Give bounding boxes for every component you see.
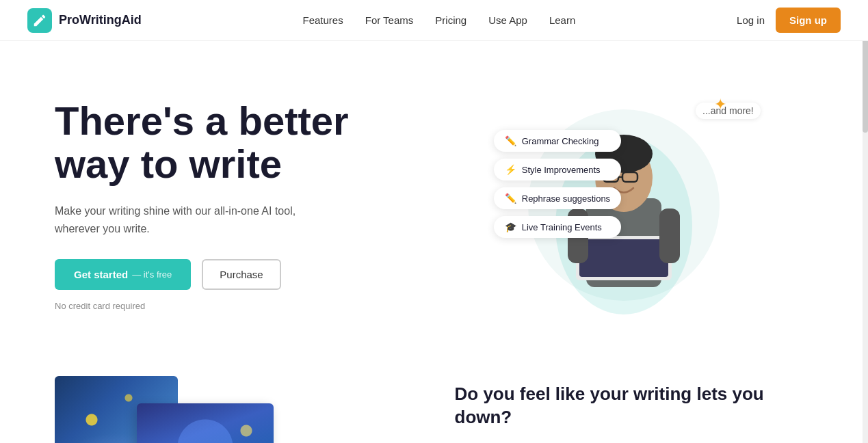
logo-link[interactable]: ProWritingAid — [27, 8, 142, 33]
logo-icon — [27, 8, 52, 33]
hero-subtitle: Make your writing shine with our all-in-… — [55, 202, 315, 237]
badge-rephrase-text: Rephrase suggestions — [522, 193, 610, 204]
signup-button[interactable]: Sign up — [776, 8, 841, 33]
badge-rephrase-icon: ✏️ — [505, 193, 516, 204]
second-section-text: Do you feel like your writing lets you d… — [455, 376, 814, 443]
nav-features[interactable]: Features — [303, 14, 343, 26]
get-started-label: Get started — [74, 269, 128, 280]
second-section: My idea in my head Do you feel like your… — [0, 362, 868, 443]
badge-style-icon: ⚡ — [505, 164, 516, 175]
second-section-image: My idea in my head — [55, 376, 414, 443]
navbar: ProWritingAid Features For Teams Pricing… — [0, 0, 868, 41]
purchase-button[interactable]: Purchase — [202, 259, 280, 290]
star-icon: ✦ — [714, 96, 726, 113]
badge-grammar-text: Grammar Checking — [522, 136, 599, 146]
login-button[interactable]: Log in — [737, 14, 765, 26]
second-section-title: Do you feel like your writing lets you d… — [455, 383, 814, 429]
badge-style: ⚡ Style Improvements — [494, 159, 621, 180]
get-started-button[interactable]: Get started — it's free — [55, 259, 191, 290]
feature-badges: ✏️ Grammar Checking ⚡ Style Improvements… — [494, 130, 621, 238]
hero-illustration: ✏️ Grammar Checking ⚡ Style Improvements… — [508, 89, 740, 321]
nav-links: Features For Teams Pricing Use App Learn — [303, 14, 576, 27]
badge-grammar: ✏️ Grammar Checking — [494, 130, 621, 152]
nav-for-teams[interactable]: For Teams — [365, 14, 414, 26]
painting-stack: My idea in my head — [55, 376, 287, 443]
badge-rephrase: ✏️ Rephrase suggestions — [494, 187, 621, 209]
hero-buttons: Get started — it's free Purchase — [55, 259, 434, 290]
nav-pricing[interactable]: Pricing — [435, 14, 466, 26]
logo-text: ProWritingAid — [59, 13, 142, 27]
svg-rect-10 — [659, 209, 680, 263]
hero-title: There's a better way to write — [55, 99, 434, 187]
hero-right: ✏️ Grammar Checking ⚡ Style Improvements… — [434, 75, 814, 335]
more-label: ...and more! — [696, 103, 761, 119]
painting-front — [137, 403, 274, 443]
hero-title-line1: There's a better — [55, 98, 349, 143]
second-section-body: We know what it's like to feel the FEAR … — [455, 440, 814, 443]
hero-section: There's a better way to write Make your … — [0, 41, 868, 362]
logo-svg — [32, 13, 47, 28]
badge-training-icon: 🎓 — [505, 222, 516, 232]
badge-training-text: Live Training Events — [522, 222, 602, 232]
nav-use-app[interactable]: Use App — [488, 14, 527, 26]
hero-title-line2: way to write — [55, 142, 282, 186]
no-credit-text: No credit card required — [55, 301, 434, 311]
nav-learn[interactable]: Learn — [549, 14, 575, 26]
badge-training: 🎓 Live Training Events — [494, 216, 621, 238]
free-tag: — it's free — [132, 269, 172, 280]
badge-style-text: Style Improvements — [522, 165, 601, 175]
hero-left: There's a better way to write Make your … — [55, 99, 434, 312]
scrollbar[interactable] — [863, 0, 868, 443]
nav-actions: Log in Sign up — [737, 8, 841, 33]
svg-rect-8 — [579, 239, 668, 277]
badge-grammar-icon: ✏️ — [505, 135, 516, 146]
